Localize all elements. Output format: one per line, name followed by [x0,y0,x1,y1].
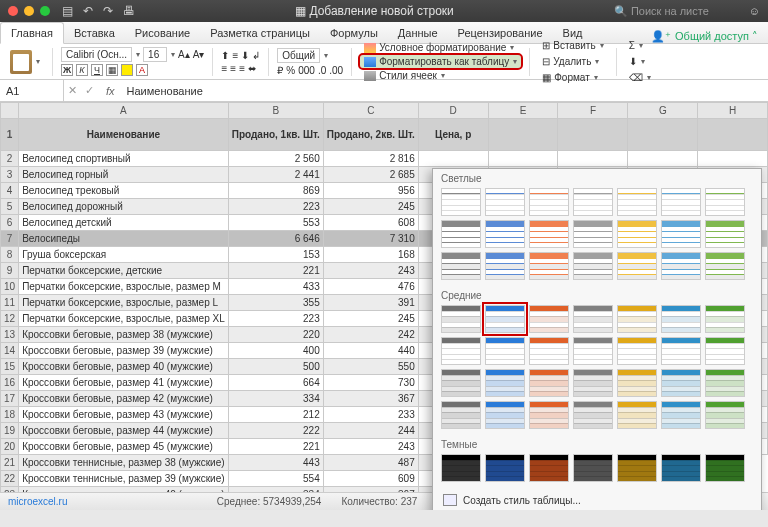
table-style-swatch[interactable] [573,337,613,365]
table-style-swatch[interactable] [485,305,525,333]
row-header[interactable]: 12 [1,311,19,327]
format-as-table-button[interactable]: Форматировать как таблицу ▾ [360,55,521,68]
comma-icon[interactable]: 000 [298,65,315,76]
print-icon[interactable]: 🖶 [123,4,135,18]
table-style-swatch[interactable] [441,252,481,280]
cell[interactable]: 355 [228,295,323,311]
cell[interactable]: 476 [323,279,418,295]
row-header[interactable]: 13 [1,327,19,343]
table-style-swatch[interactable] [573,252,613,280]
header-cell[interactable] [488,119,558,151]
cell[interactable]: Перчатки боксерские, взрослые, размер XL [19,311,229,327]
ribbon-tab-5[interactable]: Данные [388,23,448,43]
row-header[interactable]: 22 [1,471,19,487]
table-style-swatch[interactable] [573,369,613,397]
align-bot-icon[interactable]: ⬇ [241,50,249,61]
align-mid-icon[interactable]: ≡ [232,50,238,61]
font-grow-icon[interactable]: A▴ [178,49,190,60]
cell[interactable]: Кроссовки теннисные, размер 39 (мужские) [19,471,229,487]
cell[interactable]: 391 [323,295,418,311]
table-style-swatch[interactable] [661,252,701,280]
table-style-swatch[interactable] [661,305,701,333]
cell[interactable]: Кроссовки беговые, размер 42 (мужские) [19,391,229,407]
table-style-swatch[interactable] [485,252,525,280]
table-style-swatch[interactable] [617,369,657,397]
window-close[interactable] [8,6,18,16]
table-style-swatch[interactable] [617,188,657,216]
number-format-select[interactable]: Общий [277,48,320,63]
cell[interactable]: 550 [323,359,418,375]
cell[interactable]: 554 [228,471,323,487]
table-style-swatch[interactable] [705,401,745,429]
feedback-icon[interactable]: ☺ [749,5,760,17]
autosum-button[interactable]: Σ ▾ [625,38,655,53]
cell[interactable] [418,151,488,167]
table-style-swatch[interactable] [617,305,657,333]
cell[interactable]: 2 560 [228,151,323,167]
header-cell[interactable]: Продано, 2кв. Шт. [323,119,418,151]
merge-icon[interactable]: ⬌ [248,63,256,74]
border-button[interactable]: ▦ [106,64,118,76]
row-header[interactable]: 18 [1,407,19,423]
table-style-swatch[interactable] [705,337,745,365]
row-header[interactable]: 19 [1,423,19,439]
cell[interactable]: Велосипед горный [19,167,229,183]
table-style-swatch[interactable] [529,337,569,365]
table-style-swatch[interactable] [529,220,569,248]
underline-button[interactable]: Ч [91,64,103,76]
header-cell[interactable] [698,119,768,151]
cell[interactable]: 2 685 [323,167,418,183]
cell[interactable]: Велосипед дорожный [19,199,229,215]
window-max[interactable] [40,6,50,16]
table-style-swatch[interactable] [661,337,701,365]
table-style-swatch[interactable] [485,369,525,397]
wrap-icon[interactable]: ↲ [252,50,260,61]
insert-button[interactable]: ⊞ Вставить ▾ [538,38,607,53]
ribbon-tab-3[interactable]: Разметка страницы [200,23,320,43]
cell[interactable]: Велосипед трековый [19,183,229,199]
ribbon-tab-4[interactable]: Формулы [320,23,388,43]
italic-button[interactable]: К [76,64,88,76]
table-style-swatch[interactable] [485,220,525,248]
confirm-icon[interactable]: ✓ [81,84,98,97]
cell[interactable]: 212 [228,407,323,423]
cell[interactable]: Перчатки боксерские, взрослые, размер M [19,279,229,295]
cell[interactable]: 730 [323,375,418,391]
paste-button[interactable]: ▾ [6,48,44,76]
row-header[interactable]: 6 [1,215,19,231]
table-style-swatch[interactable] [441,188,481,216]
row-header[interactable]: 11 [1,295,19,311]
undo-icon[interactable]: ↶ [83,4,93,18]
table-style-swatch[interactable] [441,337,481,365]
font-shrink-icon[interactable]: A▾ [193,49,205,60]
table-style-swatch[interactable] [617,401,657,429]
cell[interactable]: Груша боксерская [19,247,229,263]
table-style-swatch[interactable] [485,188,525,216]
cell[interactable]: Велосипеды [19,231,229,247]
row-header[interactable]: 10 [1,279,19,295]
row-header[interactable]: 1 [1,119,19,151]
cell[interactable] [628,151,698,167]
table-style-swatch[interactable] [529,305,569,333]
cell[interactable]: 2 816 [323,151,418,167]
row-header[interactable]: 21 [1,455,19,471]
cell[interactable]: 223 [228,199,323,215]
table-style-swatch[interactable] [441,220,481,248]
row-header[interactable]: 5 [1,199,19,215]
cell[interactable]: 6 646 [228,231,323,247]
currency-icon[interactable]: ₽ [277,65,283,76]
cell[interactable]: 222 [228,423,323,439]
table-style-swatch[interactable] [441,454,481,482]
cell[interactable]: 443 [228,455,323,471]
table-style-swatch[interactable] [573,454,613,482]
cell[interactable]: Перчатки боксерские, взрослые, размер L [19,295,229,311]
cell-styles-button[interactable]: Стили ячеек ▾ [360,69,521,82]
cell[interactable]: 609 [323,471,418,487]
fx-icon[interactable]: fx [98,85,123,97]
row-header[interactable]: 20 [1,439,19,455]
clear-button[interactable]: ⌫ ▾ [625,70,655,85]
row-header[interactable]: 3 [1,167,19,183]
ribbon-tab-1[interactable]: Вставка [64,23,125,43]
col-header[interactable]: D [418,103,488,119]
table-style-swatch[interactable] [705,188,745,216]
